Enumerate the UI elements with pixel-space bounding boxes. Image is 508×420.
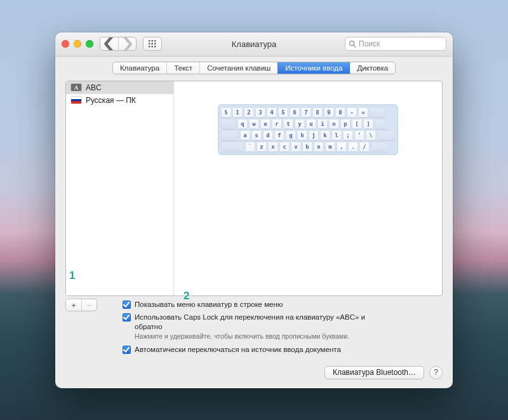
key: ] bbox=[363, 119, 373, 129]
key: e bbox=[260, 119, 271, 129]
source-label: ABC bbox=[86, 83, 102, 92]
forward-button[interactable] bbox=[118, 37, 136, 50]
svg-rect-0 bbox=[149, 40, 150, 42]
key: u bbox=[306, 119, 316, 129]
show-all-button[interactable] bbox=[143, 37, 162, 51]
window-controls bbox=[62, 40, 93, 48]
key: f bbox=[274, 130, 284, 140]
key: . bbox=[348, 142, 358, 152]
remove-source-button[interactable]: − bbox=[81, 299, 97, 311]
checkbox-checked-icon bbox=[123, 301, 131, 309]
checkbox-checked-icon bbox=[123, 313, 131, 322]
key: / bbox=[359, 142, 370, 152]
key: ; bbox=[343, 130, 353, 140]
nav-back-forward bbox=[100, 37, 137, 51]
add-remove-control: + − bbox=[65, 299, 97, 311]
autoswitch-label: Автоматически переключаться на источник … bbox=[135, 345, 341, 354]
key: § bbox=[221, 107, 231, 118]
main-content: AABCРусская — ПК §1234567890-=qwertyuiop… bbox=[55, 78, 453, 362]
key: 3 bbox=[255, 107, 265, 118]
key: h bbox=[297, 130, 307, 140]
key: 2 bbox=[244, 107, 254, 118]
key: 7 bbox=[301, 107, 311, 118]
tab-3[interactable]: Источники ввода bbox=[277, 62, 349, 74]
key: = bbox=[358, 107, 368, 118]
key: g bbox=[286, 130, 296, 140]
titlebar: Клавиатура bbox=[55, 32, 453, 57]
tab-1[interactable]: Текст bbox=[166, 62, 199, 74]
source-row-1[interactable]: Русская — ПК bbox=[66, 94, 173, 107]
show-menu-label: Показывать меню клавиатур в строке меню bbox=[135, 300, 283, 309]
key: c bbox=[279, 142, 290, 152]
svg-rect-1 bbox=[152, 40, 154, 42]
search-field[interactable] bbox=[345, 37, 446, 51]
key: d bbox=[263, 130, 273, 140]
key: i bbox=[318, 119, 328, 129]
tab-2[interactable]: Сочетания клавиш bbox=[199, 62, 277, 74]
tab-4[interactable]: Диктовка bbox=[349, 62, 395, 74]
key: 4 bbox=[267, 107, 277, 118]
sources-list-column: AABCРусская — ПК bbox=[66, 81, 174, 296]
source-row-0[interactable]: AABC bbox=[66, 81, 173, 94]
autoswitch-checkbox-row[interactable]: Автоматически переключаться на источник … bbox=[123, 345, 376, 354]
search-icon bbox=[349, 40, 356, 48]
tab-bar: КлавиатураТекстСочетания клавишИсточники… bbox=[55, 57, 453, 78]
svg-rect-8 bbox=[154, 46, 156, 48]
preferences-window: Клавиатура КлавиатураТекстСочетания клав… bbox=[55, 32, 453, 388]
below-panel-row: + − Показывать меню клавиатур в строке м… bbox=[65, 296, 443, 355]
abc-flag-icon: A bbox=[71, 84, 81, 91]
key: o bbox=[329, 119, 339, 129]
capslock-checkbox-row[interactable]: Использовать Caps Lock для переключения … bbox=[123, 313, 376, 331]
checkbox-checked-icon bbox=[123, 346, 131, 354]
svg-rect-6 bbox=[149, 46, 150, 48]
svg-rect-7 bbox=[152, 46, 154, 48]
key: x bbox=[268, 142, 278, 152]
sources-panel: AABCРусская — ПК §1234567890-=qwertyuiop… bbox=[65, 81, 443, 297]
bluetooth-keyboard-button[interactable]: Клавиатура Bluetooth… bbox=[324, 366, 424, 379]
key: ' bbox=[354, 130, 364, 140]
key: k bbox=[320, 130, 330, 140]
search-input[interactable] bbox=[359, 39, 443, 48]
svg-line-10 bbox=[354, 45, 356, 47]
close-button[interactable] bbox=[62, 40, 69, 48]
key: a bbox=[240, 130, 250, 140]
back-button[interactable] bbox=[100, 37, 118, 50]
key: 8 bbox=[312, 107, 323, 118]
key: r bbox=[272, 119, 282, 129]
capslock-hint: Нажмите и удерживайте, чтобы включить вв… bbox=[135, 332, 376, 340]
key: z bbox=[257, 142, 267, 152]
minimize-button[interactable] bbox=[74, 40, 81, 48]
svg-rect-3 bbox=[149, 43, 150, 45]
key: n bbox=[314, 142, 324, 152]
key: , bbox=[337, 142, 347, 152]
key: ` bbox=[245, 142, 255, 152]
svg-rect-4 bbox=[152, 43, 154, 45]
key: 5 bbox=[278, 107, 288, 118]
key: s bbox=[251, 130, 262, 140]
key: 0 bbox=[335, 107, 345, 118]
source-label: Русская — ПК bbox=[86, 96, 136, 105]
key: - bbox=[347, 107, 357, 118]
keyboard-preview-column: §1234567890-=qwertyuiop[]asdfghjkl;'\`zx… bbox=[174, 81, 442, 296]
add-source-button[interactable]: + bbox=[66, 299, 81, 311]
help-button[interactable]: ? bbox=[429, 366, 443, 379]
key: q bbox=[237, 119, 248, 129]
key: w bbox=[249, 119, 259, 129]
key: 6 bbox=[290, 107, 300, 118]
key: 1 bbox=[232, 107, 243, 118]
svg-rect-5 bbox=[154, 43, 156, 45]
key: l bbox=[331, 130, 342, 140]
key: [ bbox=[352, 119, 362, 129]
show-menu-checkbox-row[interactable]: Показывать меню клавиатур в строке меню bbox=[123, 300, 376, 309]
capslock-label: Использовать Caps Lock для переключения … bbox=[135, 313, 376, 331]
key: v bbox=[291, 142, 301, 152]
sources-list[interactable]: AABCРусская — ПК bbox=[66, 81, 173, 296]
key: b bbox=[302, 142, 312, 152]
zoom-button[interactable] bbox=[86, 40, 93, 48]
keyboard-preview: §1234567890-=qwertyuiop[]asdfghjkl;'\`zx… bbox=[218, 104, 398, 155]
key: m bbox=[325, 142, 335, 152]
footer: Клавиатура Bluetooth… ? bbox=[55, 362, 453, 388]
key: \ bbox=[366, 130, 376, 140]
tab-0[interactable]: Клавиатура bbox=[113, 62, 166, 74]
options-group: Показывать меню клавиатур в строке меню … bbox=[123, 299, 376, 355]
